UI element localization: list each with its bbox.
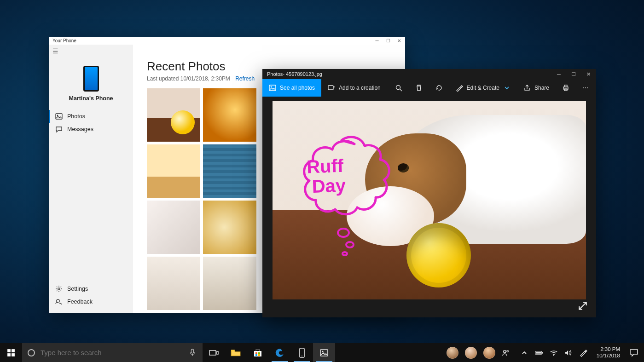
svg-point-15 — [28, 350, 35, 356]
photo-thumb[interactable] — [147, 144, 200, 198]
wifi-icon[interactable] — [550, 349, 558, 357]
action-center-button[interactable] — [624, 343, 644, 362]
sidebar-item-settings[interactable]: Settings — [49, 282, 133, 295]
photo-thumb[interactable] — [147, 201, 200, 254]
svg-rect-4 — [269, 85, 276, 91]
photo-thumb[interactable] — [147, 257, 200, 310]
messages-icon — [55, 126, 63, 133]
tray-overflow-icon[interactable] — [520, 349, 528, 357]
taskbar-people — [442, 347, 515, 359]
svg-rect-19 — [231, 350, 235, 351]
svg-rect-17 — [209, 351, 216, 355]
svg-rect-14 — [12, 353, 15, 356]
svg-rect-10 — [564, 89, 567, 91]
share-icon — [523, 84, 531, 92]
battery-icon[interactable] — [535, 349, 543, 357]
ink-bubble-dot — [337, 228, 350, 238]
taskbar-mic-button[interactable] — [182, 343, 203, 362]
taskbar-app-edge[interactable] — [269, 343, 291, 362]
taskbar-clock[interactable]: 2:30 PM 10/1/2018 — [593, 346, 624, 359]
maximize-button[interactable]: ☐ — [386, 39, 390, 43]
taskbar-app-store[interactable] — [247, 343, 269, 362]
trash-icon — [415, 84, 423, 92]
photos-title: Photos- 4567890123.jpg — [267, 71, 322, 77]
add-to-creation-button[interactable]: Add to a creation — [321, 79, 387, 97]
sidebar-item-feedback[interactable]: Feedback — [49, 295, 133, 308]
svg-rect-32 — [542, 352, 543, 353]
svg-rect-33 — [536, 352, 541, 353]
your-phone-sidebar: ☰ Martina's Phone Photos Messages — [49, 45, 133, 313]
volume-icon[interactable] — [564, 349, 573, 357]
edit-create-label: Edit & Create — [467, 85, 499, 91]
refresh-link[interactable]: Refresh — [235, 75, 255, 82]
people-icon[interactable] — [502, 349, 510, 357]
ink-bubble-dot — [345, 241, 354, 248]
svg-rect-27 — [320, 350, 328, 356]
taskbar-contact-avatar[interactable] — [447, 347, 458, 359]
svg-point-3 — [57, 299, 59, 302]
zoom-button[interactable] — [389, 79, 409, 97]
minimize-button[interactable]: ─ — [556, 71, 562, 77]
edit-create-button[interactable]: Edit & Create — [449, 79, 517, 97]
more-icon: ⋯ — [582, 84, 590, 92]
taskbar-app-taskview[interactable] — [203, 343, 225, 362]
taskbar-search[interactable] — [22, 343, 182, 362]
maximize-button[interactable]: ☐ — [570, 71, 577, 77]
taskbar-app-explorer[interactable] — [225, 343, 247, 362]
share-button[interactable]: Share — [517, 79, 556, 97]
svg-point-2 — [58, 288, 60, 290]
photo-thumb[interactable] — [147, 88, 200, 142]
see-all-label: See all photos — [280, 85, 315, 91]
gear-icon — [55, 285, 63, 293]
photo-thumb[interactable] — [203, 257, 256, 310]
sidebar-item-messages[interactable]: Messages — [49, 123, 133, 136]
more-button[interactable]: ⋯ — [576, 79, 596, 97]
search-input[interactable] — [41, 349, 182, 356]
hamburger-icon[interactable]: ☰ — [49, 45, 133, 57]
photo-canvas[interactable]: Ruff Day — [273, 101, 586, 299]
see-all-photos-button[interactable]: See all photos — [262, 79, 321, 97]
start-button[interactable] — [0, 343, 22, 362]
minimize-button[interactable]: ─ — [375, 39, 379, 43]
svg-rect-0 — [56, 114, 62, 119]
print-icon — [562, 84, 569, 92]
photos-icon — [55, 113, 63, 120]
svg-rect-23 — [255, 354, 257, 356]
svg-rect-6 — [328, 86, 333, 90]
svg-rect-16 — [191, 349, 193, 353]
sidebar-item-photos[interactable]: Photos — [49, 110, 133, 123]
taskbar-contact-avatar[interactable] — [483, 347, 495, 359]
delete-button[interactable] — [409, 79, 429, 97]
svg-rect-13 — [7, 353, 11, 356]
svg-rect-20 — [254, 351, 261, 356]
photo-thumb[interactable] — [203, 88, 256, 142]
svg-rect-11 — [7, 349, 11, 352]
photos-titlebar[interactable]: Photos- 4567890123.jpg ─ ☐ ✕ — [262, 69, 596, 79]
svg-rect-18 — [217, 351, 218, 354]
date-label: 10/1/2018 — [597, 353, 620, 359]
phone-illustration — [83, 66, 99, 92]
your-phone-titlebar[interactable]: Your Phone ─ ☐ ✕ — [49, 37, 405, 45]
ink-workspace-icon[interactable] — [579, 349, 587, 357]
close-button[interactable]: ✕ — [585, 71, 592, 77]
taskbar-contact-avatar[interactable] — [465, 347, 477, 359]
taskbar-app-photos[interactable] — [313, 343, 335, 362]
sidebar-item-label: Photos — [67, 113, 85, 120]
phone-name-label: Martina's Phone — [49, 95, 133, 102]
photo-thumb[interactable] — [203, 144, 256, 198]
fullscreen-button[interactable] — [578, 301, 588, 311]
rotate-button[interactable] — [429, 79, 449, 97]
svg-point-30 — [507, 350, 509, 352]
edit-icon — [456, 84, 463, 92]
svg-point-7 — [396, 86, 400, 90]
svg-rect-21 — [255, 352, 257, 354]
image-icon — [269, 84, 276, 92]
zoom-icon — [395, 84, 402, 92]
share-label: Share — [534, 85, 549, 91]
print-button[interactable] — [556, 79, 576, 97]
svg-rect-12 — [12, 349, 15, 352]
photo-thumb[interactable] — [203, 201, 256, 254]
close-button[interactable]: ✕ — [397, 39, 401, 43]
svg-point-1 — [57, 115, 58, 116]
taskbar-app-your-phone[interactable] — [291, 343, 313, 362]
